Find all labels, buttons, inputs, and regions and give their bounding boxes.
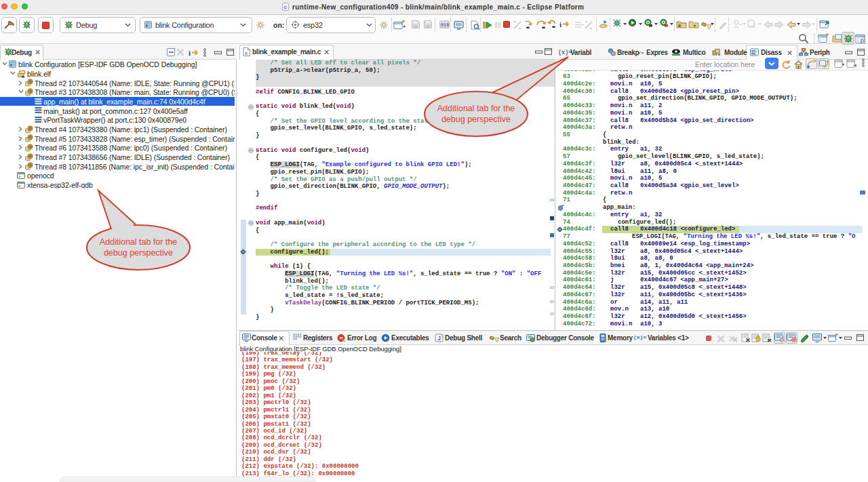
svg-text:C: C [862, 39, 865, 43]
svg-text:i: i [559, 20, 561, 28]
svg-text:x: x [635, 49, 637, 56]
svg-text:c: c [245, 50, 248, 56]
svg-text:c: c [284, 4, 288, 10]
svg-text:y: y [637, 49, 641, 56]
svg-text:i: i [189, 49, 191, 57]
svg-text:J: J [437, 335, 441, 342]
svg-text:010: 010 [441, 23, 449, 28]
